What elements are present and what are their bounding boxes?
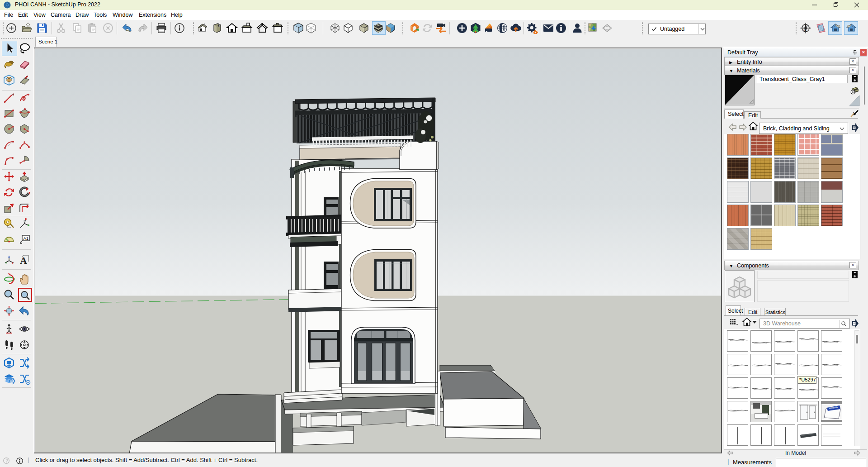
svg-text:A: A — [20, 255, 27, 266]
svg-text:AB: AB — [803, 29, 807, 31]
svg-text:A1: A1 — [24, 236, 29, 241]
svg-text:C: C — [807, 25, 808, 28]
